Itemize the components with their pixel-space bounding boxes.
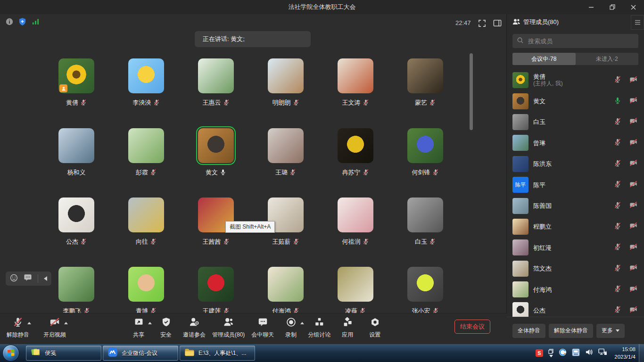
toolbar-item-shield-check[interactable]: 安全 xyxy=(156,318,176,339)
participant-tile[interactable]: 王文涛 xyxy=(321,57,390,107)
participant-tile[interactable]: 何祖润 xyxy=(321,196,390,246)
participant-tile[interactable]: 黄倩 xyxy=(41,57,111,107)
toolbar-item-invite[interactable]: 邀请参会 xyxy=(183,318,206,339)
mic-muted-icon[interactable] xyxy=(614,159,621,169)
toolbar-item-settings[interactable]: 设置 xyxy=(364,318,385,339)
window-restore-tray-icon[interactable] xyxy=(548,349,553,357)
participant-tile[interactable]: 李鹏飞 xyxy=(41,265,111,315)
mic-muted-icon[interactable] xyxy=(614,222,621,231)
toolbar-item-share[interactable]: 共享 xyxy=(128,318,149,339)
mic-muted-icon[interactable] xyxy=(614,75,621,85)
participant-tile[interactable]: 向往 xyxy=(111,196,181,246)
toolbar-item-members[interactable]: 管理成员(80) xyxy=(212,318,245,339)
security-shield-icon[interactable] xyxy=(18,17,26,28)
toolbar-item-breakout[interactable]: 分组讨论 xyxy=(308,318,330,339)
more-button[interactable]: 更多 xyxy=(596,324,625,338)
participant-tile[interactable]: 王茜茜 xyxy=(181,196,251,246)
participant-tile[interactable]: 明朗朗 xyxy=(251,57,321,107)
member-row[interactable]: 程鹏立 xyxy=(507,216,644,237)
participant-tile[interactable]: 蒙艺 xyxy=(390,57,460,107)
mic-muted-icon[interactable] xyxy=(614,285,621,294)
camera-off-icon[interactable] xyxy=(629,159,637,169)
chat-bubble-icon[interactable] xyxy=(24,274,32,283)
mic-muted-icon[interactable] xyxy=(614,264,621,273)
toolbar-item-chat[interactable]: 会中聊天 xyxy=(251,318,274,339)
mic-muted-icon[interactable] xyxy=(614,201,621,211)
collapse-panel-icon[interactable] xyxy=(44,276,47,281)
mic-on-icon[interactable] xyxy=(614,97,621,106)
mic-muted-icon[interactable] xyxy=(614,305,621,315)
participant-tile[interactable]: 凌薇 xyxy=(321,265,390,315)
member-row[interactable]: 陈平 陈平 xyxy=(507,174,644,195)
participant-tile[interactable]: 彭霞 xyxy=(111,126,181,176)
sogou-icon[interactable]: S xyxy=(536,349,543,357)
participant-tile[interactable]: 张小宏 xyxy=(390,265,460,315)
member-row[interactable]: 范文杰 xyxy=(507,258,644,279)
camera-off-icon[interactable] xyxy=(629,222,637,231)
member-row[interactable]: 陈洪东 xyxy=(507,154,644,174)
member-row[interactable]: 公杰 xyxy=(507,300,644,317)
participant-tile[interactable]: 何剑锋 xyxy=(390,126,460,176)
mic-muted-icon[interactable] xyxy=(614,180,621,189)
participant-tile[interactable]: 青博 xyxy=(111,265,181,315)
camera-off-icon[interactable] xyxy=(629,75,637,85)
close-button[interactable] xyxy=(623,0,644,14)
camera-off-icon[interactable] xyxy=(629,201,637,211)
camera-off-icon[interactable] xyxy=(629,180,637,190)
participant-tile[interactable]: 王茹薪 xyxy=(251,196,321,246)
participant-tile[interactable]: 王建莲 xyxy=(181,265,251,315)
taskbar-button[interactable]: 企业微信-会议 xyxy=(103,346,178,361)
toolbar-item-mic-muted[interactable]: 解除静音 xyxy=(7,318,29,339)
participant-tile[interactable]: 李泱泱 xyxy=(111,57,181,107)
member-row[interactable]: 黄倩(主持人, 我) xyxy=(507,70,644,90)
member-row[interactable]: 白玉 xyxy=(507,112,644,132)
participant-tile[interactable]: 白玉 xyxy=(390,196,460,246)
tab-in-meeting[interactable]: 会议中·78 xyxy=(512,53,576,65)
minimize-button[interactable] xyxy=(580,0,602,14)
mic-muted-icon[interactable] xyxy=(614,138,621,148)
member-row[interactable]: 黄文 xyxy=(507,90,644,111)
camera-off-icon[interactable] xyxy=(629,138,637,148)
taskbar-button[interactable]: 便笺 xyxy=(26,346,101,361)
member-row[interactable]: 曾琳 xyxy=(507,132,644,153)
camera-off-icon[interactable] xyxy=(629,96,637,106)
participant-tile[interactable]: 冉苏宁 xyxy=(321,126,390,176)
participant-tile[interactable]: 王惠云 xyxy=(181,57,251,107)
toolbar-item-camera-off[interactable]: 开启视频 xyxy=(43,318,66,339)
qq-icon[interactable] xyxy=(559,348,567,358)
camera-off-icon[interactable] xyxy=(629,117,637,127)
mute-all-button[interactable]: 全体静音 xyxy=(512,324,545,338)
taskbar-clock[interactable]: 15:08 2023/1/4 xyxy=(598,346,636,361)
toolbar-item-record[interactable]: 录制 xyxy=(281,318,301,339)
toolbar-item-apps[interactable]: 应用 xyxy=(337,318,358,339)
taskbar-button[interactable]: E:\3、人事处\1、... xyxy=(180,346,255,361)
participant-tile[interactable]: 付海鸿 xyxy=(251,265,321,315)
tab-not-joined[interactable]: 未进入·2 xyxy=(576,53,639,65)
network-signal-icon[interactable] xyxy=(32,18,40,27)
speaker-icon[interactable] xyxy=(585,348,593,358)
participant-tile[interactable]: 杨和义 xyxy=(41,126,111,176)
panel-menu-button[interactable] xyxy=(631,15,644,30)
member-row[interactable]: 付海鸿 xyxy=(507,279,644,300)
member-row[interactable]: 初红漫 xyxy=(507,237,644,258)
member-row[interactable]: 陈善国 xyxy=(507,195,644,216)
start-button[interactable] xyxy=(2,345,19,362)
restore-button[interactable] xyxy=(602,0,623,14)
participant-tile[interactable]: 黄文 xyxy=(181,126,251,176)
layout-switch-icon[interactable] xyxy=(493,19,502,29)
camera-off-icon[interactable] xyxy=(629,285,637,295)
ime-icon[interactable] xyxy=(572,348,580,358)
mic-muted-icon[interactable] xyxy=(614,243,621,252)
grid-scrollbar-thumb[interactable] xyxy=(470,53,473,130)
mic-muted-icon[interactable] xyxy=(614,117,621,127)
unmute-all-button[interactable]: 解除全体静音 xyxy=(549,324,593,338)
camera-off-icon[interactable] xyxy=(629,263,637,273)
show-desktop-button[interactable] xyxy=(639,344,644,362)
participant-tile[interactable]: 王璐 xyxy=(251,126,321,176)
camera-off-icon[interactable] xyxy=(629,305,637,315)
end-meeting-button[interactable]: 结束会议 xyxy=(454,320,490,334)
fullscreen-icon[interactable] xyxy=(478,19,486,29)
search-input[interactable] xyxy=(527,37,634,45)
participant-tile[interactable]: 公杰 xyxy=(41,196,111,246)
camera-off-icon[interactable] xyxy=(629,243,637,253)
